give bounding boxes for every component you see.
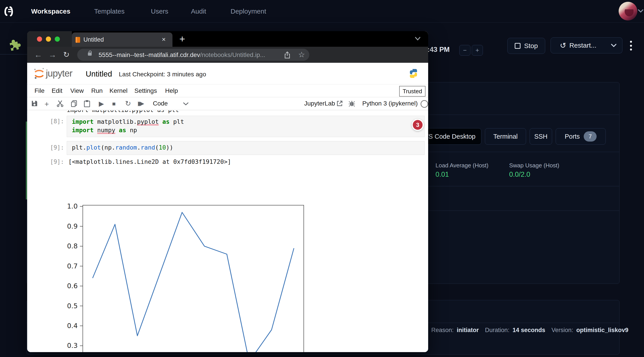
macos-close-button[interactable] xyxy=(37,36,42,42)
debugger-bug-icon[interactable] xyxy=(348,100,355,107)
workspace-menu-kebab[interactable] xyxy=(629,41,633,50)
open-jupyterlab-link[interactable]: JupyterLab xyxy=(304,100,335,107)
cell-prompt: [9]: xyxy=(50,144,64,151)
reload-icon[interactable]: ↻ xyxy=(63,50,70,59)
python-logo-icon xyxy=(408,68,419,79)
stat-label-load: Load Average (Host) xyxy=(436,162,488,169)
svg-text:0.8: 0.8 xyxy=(67,242,78,250)
ssh-button[interactable]: SSH xyxy=(530,128,552,145)
matplotlib-line-chart: 024680.20.30.40.50.60.70.80.91.0 xyxy=(82,205,304,352)
run-cell-icon[interactable]: ▶ xyxy=(99,100,104,108)
copy-icon[interactable] xyxy=(71,100,78,107)
stat-label-swap: Swap Usage (Host) xyxy=(509,162,559,169)
restart-icon: ↺ xyxy=(560,41,566,50)
terminal-button[interactable]: Terminal xyxy=(485,128,526,145)
tab-search-chevron-icon[interactable] xyxy=(414,36,421,41)
jupyter-menubar: File Edit View Run Kernel Settings Help … xyxy=(27,84,428,97)
menu-settings[interactable]: Settings xyxy=(134,87,157,94)
macos-zoom-button[interactable] xyxy=(55,36,60,42)
share-icon[interactable] xyxy=(284,51,290,59)
forward-icon[interactable]: → xyxy=(48,50,56,60)
meta-label-duration: Duration: xyxy=(485,327,510,334)
save-icon[interactable] xyxy=(31,100,38,107)
menu-kernel[interactable]: Kernel xyxy=(110,87,128,94)
insert-cell-icon[interactable]: + xyxy=(44,100,49,108)
tab-title: Untitled xyxy=(84,36,104,43)
stop-icon xyxy=(515,43,520,49)
zoom-out-button[interactable]: − xyxy=(459,45,470,56)
checkpoint-text: Last Checkpoint: 3 minutes ago xyxy=(119,71,206,78)
meta-value-version: optimistic_liskov9 xyxy=(576,327,628,334)
trusted-badge[interactable]: Trusted xyxy=(399,86,426,96)
jupyter-toolbar: + ▶ ■ ↻ ▶▶ Code JupyterLab xyxy=(27,97,428,110)
code-cell[interactable]: import matplotlib.pyplot as plt import n… xyxy=(67,116,424,137)
output-prompt: [9]: xyxy=(50,158,64,165)
menu-run[interactable]: Run xyxy=(91,87,102,94)
notebook-title[interactable]: Untitled xyxy=(86,70,112,78)
stat-value-load: 0.01 xyxy=(436,170,449,178)
browser-url-bar: ← → ↻ 5555--main--test--matifali.atif.cd… xyxy=(27,47,428,63)
svg-text:1.0: 1.0 xyxy=(67,202,78,210)
top-nav: Workspaces Templates Users Audit Deploym… xyxy=(0,0,644,23)
cut-icon[interactable] xyxy=(56,100,64,107)
svg-text:0.6: 0.6 xyxy=(67,282,78,290)
coder-logo[interactable] xyxy=(4,6,15,16)
output-text: [<matplotlib.lines.Line2D at 0x7fd03f191… xyxy=(68,158,231,165)
nav-item-workspaces[interactable]: Workspaces xyxy=(31,0,70,22)
jupyter-app: jupyter Untitled Last Checkpoint: 3 minu… xyxy=(27,63,428,352)
chevron-down-icon xyxy=(611,44,617,47)
jupyter-brand-text: jupyter xyxy=(46,68,72,79)
restart-kernel-icon[interactable]: ↻ xyxy=(125,99,131,108)
restart-dropdown-button[interactable] xyxy=(605,38,622,54)
cell-type-chevron-icon[interactable] xyxy=(183,102,189,106)
tab-close-icon[interactable]: × xyxy=(162,36,166,43)
stat-value-swap: 0.0/2.0 xyxy=(509,170,530,178)
menu-view[interactable]: View xyxy=(70,87,84,94)
left-rail-divider xyxy=(0,54,27,54)
browser-window: Untitled × + ← → ↻ 5555--main--test--mat… xyxy=(27,31,428,352)
jupyter-header: jupyter Untitled Last Checkpoint: 3 minu… xyxy=(27,63,428,84)
meta-label-version: Version: xyxy=(552,327,573,334)
svg-text:0.3: 0.3 xyxy=(67,342,78,350)
build-meta-row: Reason:initiator Duration:14 seconds Ver… xyxy=(431,327,632,334)
cell-type-dropdown[interactable]: Code xyxy=(153,100,168,107)
stop-button[interactable]: Stop xyxy=(507,38,545,54)
kernel-status-icon xyxy=(420,100,428,108)
clipped-previous-line: import matplotlib.pyplot as plt xyxy=(67,110,267,114)
kernel-name[interactable]: Python 3 (ipykernel) xyxy=(362,100,418,107)
restart-run-all-icon[interactable]: ▶▶ xyxy=(138,100,141,107)
menu-edit[interactable]: Edit xyxy=(52,87,62,94)
ports-count-badge: 7 xyxy=(584,131,596,142)
meta-value-reason: initiator xyxy=(457,327,479,334)
meta-value-duration: 14 seconds xyxy=(512,327,545,334)
jupyter-favicon xyxy=(76,37,80,43)
macos-minimize-button[interactable] xyxy=(46,36,51,42)
extension-puzzle-icon[interactable] xyxy=(7,38,21,52)
lock-icon[interactable] xyxy=(88,52,92,56)
chevron-down-icon[interactable] xyxy=(638,9,644,13)
restart-button[interactable]: ↺ Restart... xyxy=(550,38,606,54)
svg-text:0.7: 0.7 xyxy=(67,262,78,270)
new-tab-button[interactable]: + xyxy=(179,34,185,44)
meta-label-reason: Reason: xyxy=(431,327,454,334)
svg-text:0.9: 0.9 xyxy=(67,222,78,230)
url-text: 5555--main--test--matifali.atif.cdr.dev/… xyxy=(98,52,265,58)
external-link-icon[interactable] xyxy=(336,100,343,106)
back-icon[interactable]: ← xyxy=(34,50,42,60)
paste-icon[interactable] xyxy=(84,100,90,107)
bookmark-star-icon[interactable]: ☆ xyxy=(298,50,305,59)
browser-tab-bar: Untitled × + xyxy=(27,31,428,47)
nav-item-deployment[interactable]: Deployment xyxy=(230,0,266,22)
ports-button[interactable]: Ports 7 xyxy=(556,128,606,145)
menu-help[interactable]: Help xyxy=(165,87,178,94)
user-avatar[interactable] xyxy=(619,2,637,20)
code-cell[interactable]: plt.plot(np.random.rand(10)) xyxy=(67,141,424,155)
address-pill[interactable]: 5555--main--test--matifali.atif.cdr.dev/… xyxy=(77,49,309,61)
nav-item-users[interactable]: Users xyxy=(151,0,168,22)
nav-item-audit[interactable]: Audit xyxy=(191,0,206,22)
menu-file[interactable]: File xyxy=(34,87,44,94)
nav-item-templates[interactable]: Templates xyxy=(94,0,124,22)
zoom-in-button[interactable]: + xyxy=(472,45,483,56)
browser-tab[interactable]: Untitled × xyxy=(72,32,172,47)
interrupt-kernel-icon[interactable]: ■ xyxy=(112,100,116,107)
